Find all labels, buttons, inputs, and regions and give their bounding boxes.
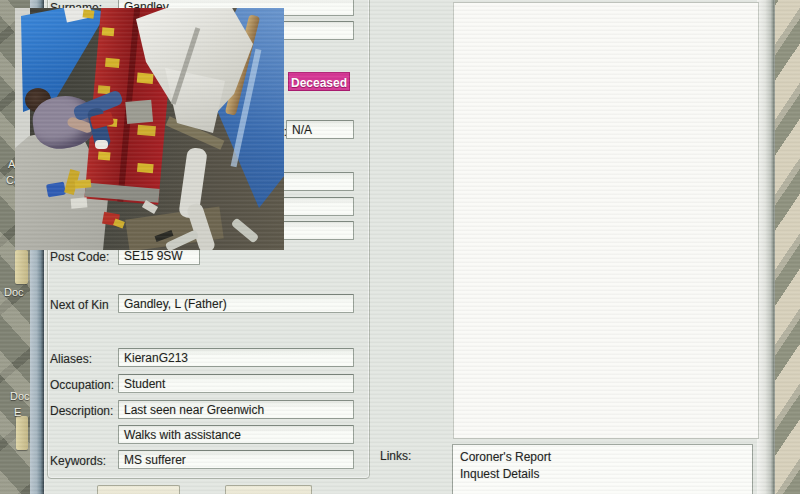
description-line2-input[interactable]: Walks with assistance (118, 425, 354, 444)
case-photo[interactable] (15, 8, 284, 250)
photo-panel (453, 2, 759, 439)
next-of-kin-label: Next of Kin (50, 298, 109, 312)
link-inquest-details[interactable]: Inquest Details (460, 466, 752, 483)
photo-bench-tag (137, 73, 154, 84)
aliases-input[interactable]: KieranG213 (118, 348, 354, 367)
photo-bench-tag (102, 27, 115, 36)
links-box: Coroner's Report Inquest Details (452, 444, 753, 494)
folder-icon[interactable] (15, 250, 28, 284)
description-label: Description: (50, 404, 113, 418)
desktop-icon-label[interactable]: E (14, 406, 21, 418)
window-right-border (757, 0, 775, 494)
photo-bench-tag (98, 151, 111, 160)
sexual-orientation-input[interactable]: N/A (286, 120, 354, 139)
desktop-icon-label[interactable]: Doc (4, 286, 24, 298)
keywords-input[interactable]: MS sufferer (118, 450, 354, 469)
link-coroners-report[interactable]: Coroner's Report (460, 449, 752, 466)
keywords-label: Keywords: (50, 454, 106, 468)
next-of-kin-input[interactable]: Gandley, L (Father) (118, 294, 354, 313)
photo-scene (15, 8, 284, 250)
photo-debris-yellow (75, 179, 92, 189)
links-label: Links: (380, 449, 411, 463)
photo-debris-white (71, 197, 88, 208)
risk-category-badge: Deceased (288, 72, 350, 91)
photo-bench-grey-patch (125, 100, 153, 124)
occupation-input[interactable]: Student (118, 374, 354, 393)
postcode-label: Post Code: (50, 250, 109, 264)
desktop-background-right (775, 0, 800, 494)
bottom-button-left[interactable] (97, 485, 180, 494)
case-record-screen: Arc Cas Doc Doc E Surname: Gandley Foren… (0, 0, 800, 494)
description-line1-input[interactable]: Last seen near Greenwich (118, 400, 354, 419)
aliases-label: Aliases: (50, 352, 92, 366)
photo-bench-tag (105, 58, 120, 68)
photo-yellow-scrap (82, 9, 94, 18)
occupation-label: Occupation: (50, 378, 114, 392)
desktop-icon-label[interactable]: Doc (10, 390, 30, 402)
bottom-button-right[interactable] (225, 485, 312, 494)
photo-bench-tag (137, 163, 154, 173)
photo-ribbon (231, 217, 260, 243)
photo-person-shoe (95, 140, 108, 149)
photo-debris-yellow (113, 219, 125, 229)
photo-bench-tag (137, 125, 156, 137)
folder-icon[interactable] (16, 416, 28, 450)
